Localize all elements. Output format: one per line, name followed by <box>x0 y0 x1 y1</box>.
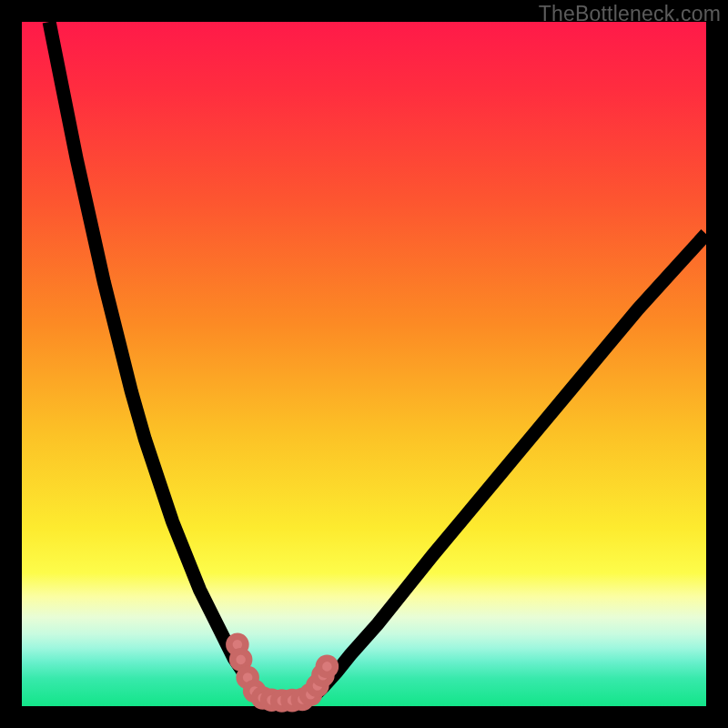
chart-overlay <box>22 22 706 706</box>
data-marker <box>233 652 249 668</box>
chart-frame: TheBottleneck.com <box>0 0 728 728</box>
data-marker <box>318 658 335 674</box>
marker-group <box>229 636 336 709</box>
curve-right-branch <box>309 234 706 699</box>
curve-left-branch <box>49 22 268 699</box>
